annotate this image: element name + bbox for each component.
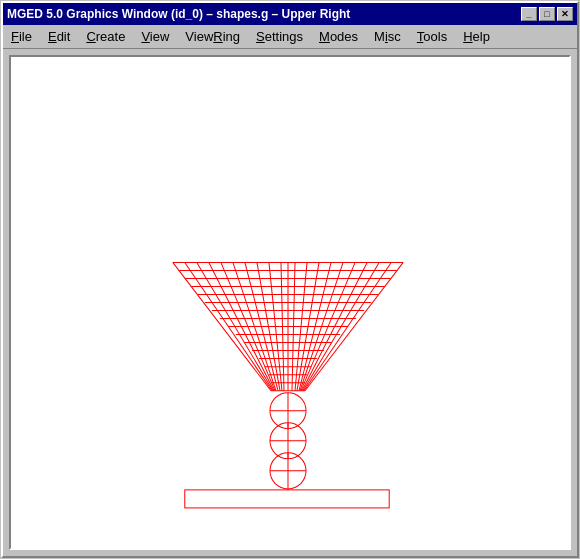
- menu-help[interactable]: Help: [455, 27, 498, 46]
- menu-create[interactable]: Create: [78, 27, 133, 46]
- menu-file[interactable]: File: [3, 27, 40, 46]
- menu-misc[interactable]: Misc: [366, 27, 409, 46]
- close-button[interactable]: ✕: [557, 7, 573, 21]
- menu-view[interactable]: View: [133, 27, 177, 46]
- title-bar: MGED 5.0 Graphics Window (id_0) – shapes…: [3, 3, 577, 25]
- menu-modes[interactable]: Modes: [311, 27, 366, 46]
- menu-viewring[interactable]: ViewRing: [177, 27, 248, 46]
- canvas-area[interactable]: [9, 55, 571, 550]
- main-window: MGED 5.0 Graphics Window (id_0) – shapes…: [1, 1, 579, 558]
- menu-edit[interactable]: Edit: [40, 27, 78, 46]
- menu-tools[interactable]: Tools: [409, 27, 455, 46]
- maximize-button[interactable]: □: [539, 7, 555, 21]
- menu-settings[interactable]: Settings: [248, 27, 311, 46]
- title-bar-text: MGED 5.0 Graphics Window (id_0) – shapes…: [7, 7, 350, 21]
- menu-bar: File Edit Create View ViewRing Settings …: [3, 25, 577, 49]
- title-bar-controls: _ □ ✕: [521, 7, 573, 21]
- minimize-button[interactable]: _: [521, 7, 537, 21]
- graphics-canvas: [11, 57, 569, 548]
